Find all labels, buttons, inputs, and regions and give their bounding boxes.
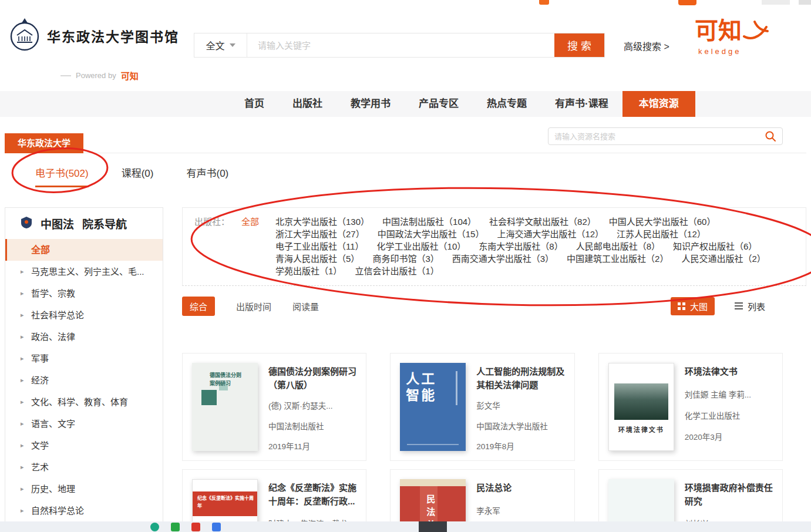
taskbar-app-icon[interactable] xyxy=(171,523,180,531)
keledge-brand-text[interactable]: 可知 xyxy=(121,69,139,82)
search-button[interactable]: 搜 索 xyxy=(554,33,604,57)
book-title[interactable]: 环境损害政府补偿责任研究 xyxy=(685,482,773,508)
chevron-right-icon: ▸ xyxy=(21,282,24,304)
publisher-filter-item[interactable]: 江苏人民出版社（12） xyxy=(617,228,706,240)
sort-option[interactable]: 出版时间 xyxy=(236,300,271,312)
taskbar-window-button[interactable] xyxy=(419,521,447,532)
publisher-filter-item[interactable]: 商务印书馆（3） xyxy=(372,252,439,265)
keledge-swoosh-icon xyxy=(742,19,769,45)
publisher-filter-item[interactable]: 中国政法大学出版社（15） xyxy=(378,228,484,240)
category-item[interactable]: ▸经济 xyxy=(5,369,163,391)
chevron-right-icon: ▸ xyxy=(21,261,24,282)
browser-extension-icon xyxy=(539,0,549,5)
book-card[interactable]: 人工 智能人工智能的刑法规制及其相关法律问题彭文华中国政法大学出版社2019年8… xyxy=(390,353,574,461)
category-item[interactable]: ▸艺术 xyxy=(5,456,163,478)
publisher-filter-item[interactable]: 化学工业出版社（10） xyxy=(377,240,466,252)
book-title[interactable]: 德国债法分则案例研习（第八版） xyxy=(268,365,356,390)
category-item-label: 文化、科学、教育、体育 xyxy=(31,397,128,407)
category-item[interactable]: ▸军事 xyxy=(5,348,163,369)
keledge-logo-subtext: keledge xyxy=(698,47,769,56)
category-item[interactable]: ▸自然科学总论 xyxy=(5,500,163,521)
powered-by: Powered by 可知 xyxy=(60,69,139,82)
category-item-label: 哲学、宗教 xyxy=(31,288,75,298)
category-item-label: 军事 xyxy=(31,353,49,363)
resource-type-tab[interactable]: 电子书(502) xyxy=(35,165,89,187)
book-title[interactable]: 民法总论 xyxy=(476,482,511,495)
category-item[interactable]: ▸哲学、宗教 xyxy=(5,282,163,304)
category-item[interactable]: ▸马克思主义、列宁主义、毛... xyxy=(5,261,163,282)
book-title[interactable]: 人工智能的刑法规制及其相关法律问题 xyxy=(476,365,564,390)
publisher-filter-item[interactable]: 人民交通出版社（2） xyxy=(681,252,765,265)
category-item[interactable]: ▸文化、科学、教育、体育 xyxy=(5,391,163,413)
publisher-filter-item[interactable]: 浙江大学出版社（27） xyxy=(275,228,365,240)
publisher-filter-item[interactable]: 人民邮电出版社（8） xyxy=(576,240,660,252)
book-title[interactable]: 环境法律文书 xyxy=(685,365,751,379)
category-item-label: 文学 xyxy=(31,440,49,450)
view-toggle-list[interactable]: 列表 xyxy=(735,300,765,312)
chevron-right-icon: ▸ xyxy=(21,500,24,521)
nav-item[interactable]: 热点专题 xyxy=(473,91,541,117)
taskbar-app-icon[interactable] xyxy=(150,523,159,531)
category-item[interactable]: ▸社会科学总论 xyxy=(5,304,163,326)
book-card[interactable]: 环境法律文书环境法律文书刘佳嫄 主编 李莉...化学工业出版社2020年3月 xyxy=(598,353,783,461)
category-item[interactable]: ▸历史、地理 xyxy=(5,478,163,500)
book-card[interactable]: 德国债法分则 案例研习德国债法分则案例研习（第八版）(德) 汉斯·约瑟夫...中… xyxy=(182,353,366,461)
book-cover: 环境法律文书 xyxy=(608,363,674,451)
book-title[interactable]: 纪念《反垄断法》实施十周年：反垄断行政... xyxy=(268,482,356,508)
nav-item[interactable]: 有声书·课程 xyxy=(541,91,622,117)
publisher-filter-item[interactable]: 知识产权出版社（6） xyxy=(673,240,757,252)
catalog-shield-icon xyxy=(21,216,32,231)
school-tab[interactable]: 华东政法大学 xyxy=(5,133,83,153)
publisher-filter-label: 出版社： xyxy=(194,216,230,228)
publisher-list: 北京大学出版社（130）中国法制出版社（104）社会科学文献出版社（82）中国人… xyxy=(275,216,794,277)
keyword-search-input[interactable] xyxy=(247,33,554,57)
category-item[interactable]: ▸政治、法律 xyxy=(5,326,163,348)
publisher-filter-item[interactable]: 青海人民出版社（5） xyxy=(275,252,359,265)
nav-item[interactable]: 本馆资源 xyxy=(622,91,695,117)
sort-options: 综合出版时间阅读量 xyxy=(182,297,319,316)
publisher-filter-item[interactable]: 中国建筑工业出版社（2） xyxy=(567,252,668,265)
sort-option[interactable]: 综合 xyxy=(182,297,215,316)
category-item-label: 经济 xyxy=(31,375,49,385)
sidebar-tab-departments[interactable]: 院系导航 xyxy=(82,216,127,231)
view-toggle-grid[interactable]: 大图 xyxy=(671,297,715,315)
publisher-filter-item[interactable]: 上海交通大学出版社（12） xyxy=(497,228,604,240)
category-item[interactable]: 全部 xyxy=(5,239,163,261)
sort-option[interactable]: 阅读量 xyxy=(292,300,319,312)
publisher-filter-item[interactable]: 中国人民大学出版社（60） xyxy=(609,216,716,228)
search-icon[interactable] xyxy=(765,130,776,142)
nav-item[interactable]: 产品专区 xyxy=(405,91,473,117)
search-scope-dropdown[interactable]: 全文 xyxy=(194,33,247,57)
nav-item[interactable]: 教学用书 xyxy=(336,91,405,117)
nav-item[interactable]: 首页 xyxy=(230,91,278,117)
publisher-filter-item[interactable]: 社会科学文献出版社（82） xyxy=(489,216,596,228)
taskbar xyxy=(0,521,811,532)
publisher-filter-all[interactable]: 全部 xyxy=(241,216,259,228)
taskbar-app-icon[interactable] xyxy=(212,523,221,531)
publisher-filter-item[interactable]: 学苑出版社（1） xyxy=(275,265,342,277)
resource-type-tab[interactable]: 课程(0) xyxy=(122,165,154,186)
publisher-line: 学苑出版社（1）立信会计出版社（1） xyxy=(275,265,794,277)
resource-search-input[interactable] xyxy=(554,132,765,141)
advanced-search-link[interactable]: 高级搜索 > xyxy=(624,39,669,53)
publisher-filter-item[interactable]: 中国法制出版社（104） xyxy=(382,216,476,228)
resource-type-tab[interactable]: 有声书(0) xyxy=(186,165,228,186)
book-author: 彭文华 xyxy=(476,399,564,410)
category-item-label: 社会科学总论 xyxy=(31,310,84,320)
category-item[interactable]: ▸语言、文字 xyxy=(5,413,163,435)
category-item[interactable]: ▸文学 xyxy=(5,435,163,456)
publisher-filter-item[interactable]: 东南大学出版社（8） xyxy=(479,240,563,252)
publisher-filter-item[interactable]: 北京大学出版社（130） xyxy=(275,216,369,228)
book-cover-text: 环境法律文书 xyxy=(609,425,674,434)
keledge-logo: 可知 keledge xyxy=(695,19,769,56)
publisher-filter-item[interactable]: 西南交通大学出版社（3） xyxy=(452,252,554,265)
nav-item[interactable]: 出版社 xyxy=(278,91,336,117)
sidebar-tab-clc[interactable]: 中图法 xyxy=(41,216,74,231)
publisher-line: 浙江大学出版社（27）中国政法大学出版社（15）上海交通大学出版社（12）江苏人… xyxy=(275,228,794,240)
publisher-filter-item[interactable]: 电子工业出版社（11） xyxy=(275,240,364,252)
category-item-label: 语言、文字 xyxy=(31,419,75,429)
taskbar-app-icon[interactable] xyxy=(191,523,200,531)
results-column: 出版社： 全部 北京大学出版社（130）中国法制出版社（104）社会科学文献出版… xyxy=(182,207,806,532)
publisher-filter-item[interactable]: 立信会计出版社（1） xyxy=(355,265,439,277)
chevron-right-icon: ▸ xyxy=(21,348,24,369)
